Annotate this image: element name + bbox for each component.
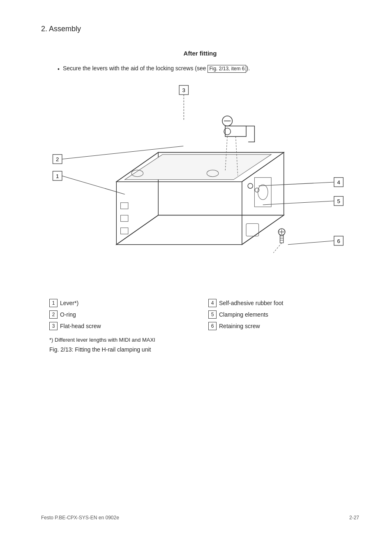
svg-point-46 xyxy=(248,183,253,188)
legend-text-2: O-ring xyxy=(60,311,76,318)
page: 2. Assembly After fitting • Secure the l… xyxy=(0,0,392,537)
figure-area: 3 2 1 4 5 6 xyxy=(41,81,359,287)
legend-text-3: Flat-head screw xyxy=(60,323,101,329)
svg-rect-41 xyxy=(280,235,284,243)
footnote: *) Different lever lengths with MIDI and… xyxy=(49,337,351,343)
legend-num-2: 2 xyxy=(49,310,58,319)
footer-right: 2-27 xyxy=(349,515,359,521)
svg-text:2: 2 xyxy=(56,156,59,162)
assembly-diagram: 3 2 1 4 5 6 xyxy=(41,81,359,287)
svg-line-45 xyxy=(273,243,281,252)
after-fitting-title: After fitting xyxy=(41,50,359,57)
svg-marker-22 xyxy=(125,155,271,180)
bullet-dot: • xyxy=(58,66,60,72)
section-title: 2. Assembly xyxy=(41,25,359,33)
legend-item-1: 1 Lever*) xyxy=(49,299,192,307)
svg-point-26 xyxy=(258,185,268,200)
svg-line-17 xyxy=(288,241,334,244)
legend-text-5: Clamping elements xyxy=(219,311,268,318)
svg-rect-29 xyxy=(121,203,128,209)
legend-num-3: 3 xyxy=(49,322,58,330)
bullet-item: • Secure the levers with the aid of the … xyxy=(58,65,359,73)
legend-num-4: 4 xyxy=(208,299,217,307)
legend-text-4: Self-adhesive rubber foot xyxy=(219,300,283,306)
legend-item-2: 2 O-ring xyxy=(49,310,192,319)
legend-grid: 1 Lever*) 4 Self-adhesive rubber foot 2 … xyxy=(49,299,351,330)
legend-item-3: 3 Flat-head screw xyxy=(49,322,192,330)
svg-text:3: 3 xyxy=(182,87,185,93)
footer: Festo P.BE-CPX-SYS-EN en 0902e 2-27 xyxy=(0,515,392,521)
legend-item-4: 4 Self-adhesive rubber foot xyxy=(208,299,351,307)
legend-item-6: 6 Retaining screw xyxy=(208,322,351,330)
svg-text:6: 6 xyxy=(337,238,340,244)
legend-num-1: 1 xyxy=(49,299,58,307)
svg-point-47 xyxy=(255,188,259,192)
svg-line-8 xyxy=(62,176,125,194)
legend-num-6: 6 xyxy=(208,322,217,330)
svg-line-11 xyxy=(259,182,334,186)
footer-left: Festo P.BE-CPX-SYS-EN en 0902e xyxy=(41,515,119,521)
fig-caption: Fig. 2/13: Fitting the H-rail clamping u… xyxy=(49,346,351,353)
svg-text:5: 5 xyxy=(337,198,340,204)
svg-text:4: 4 xyxy=(337,179,340,185)
svg-line-14 xyxy=(263,201,334,205)
legend-item-5: 5 Clamping elements xyxy=(208,310,351,319)
svg-rect-30 xyxy=(121,215,128,221)
svg-text:1: 1 xyxy=(56,173,59,179)
legend-text-6: Retaining screw xyxy=(219,323,260,329)
legend-num-5: 5 xyxy=(208,310,217,319)
after-fitting-section: After fitting xyxy=(41,50,359,57)
fig-ref: Fig. 2/13, item 6 xyxy=(208,65,246,73)
legend-text-1: Lever*) xyxy=(60,300,78,306)
bullet-text: Secure the levers with the aid of the lo… xyxy=(63,65,250,73)
svg-rect-31 xyxy=(121,228,128,234)
